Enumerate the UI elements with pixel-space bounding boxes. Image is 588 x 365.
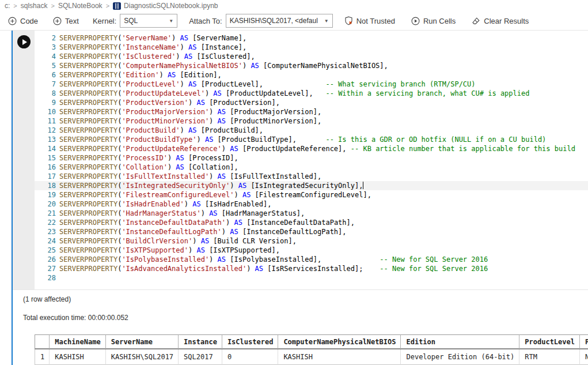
table-cell[interactable]: RTM	[519, 349, 580, 365]
code-line[interactable]: 9SERVERPROPERTY('ProductVersion') AS [Pr…	[35, 98, 588, 107]
line-number: 5	[35, 61, 56, 70]
line-number: 24	[35, 236, 56, 246]
code-line[interactable]: 26SERVERPROPERTY('IsPolybaseInstalled') …	[35, 255, 588, 264]
play-icon	[22, 39, 27, 45]
code-line[interactable]: 19SERVERPROPERTY('FilestreamConfiguredLe…	[35, 190, 588, 200]
code-line[interactable]: 25SERVERPROPERTY('IsXTPSupported') AS [I…	[35, 246, 588, 255]
code-line[interactable]: 21SERVERPROPERTY('HadrManagerStatus') AS…	[35, 209, 588, 218]
chevron-right-icon: >	[13, 2, 17, 9]
code-line[interactable]: 11SERVERPROPERTY('ProductMinorVersion') …	[35, 116, 588, 126]
table-cell[interactable]: N	[580, 349, 588, 365]
code-line[interactable]: 4SERVERPROPERTY('IsClustered') AS [IsClu…	[35, 52, 588, 61]
code-line[interactable]: 27SERVERPROPERTY('IsAdvancedAnalyticsIns…	[35, 264, 588, 273]
code-line[interactable]: 10SERVERPROPERTY('ProductMajorVersion') …	[35, 107, 588, 116]
code-line[interactable]: 5SERVERPROPERTY('ComputerNamePhysicalNet…	[35, 61, 588, 70]
line-number: 25	[35, 246, 56, 255]
table-header-cell[interactable]: Pr	[580, 334, 588, 349]
results-panel: (1 row affected) Total execution time: 0…	[13, 289, 588, 365]
table-cell[interactable]: KASHISH\SQL2017	[106, 349, 179, 365]
run-cell-button[interactable]	[17, 35, 31, 48]
kernel-select[interactable]: SQL ▼	[120, 14, 177, 28]
code-line[interactable]: 2SERVERPROPERTY('ServerName') AS [Server…	[35, 33, 588, 43]
results-grid[interactable]: MachineNameServerNameInstanceIsClustered…	[35, 334, 588, 365]
breadcrumb-item-subfolder[interactable]: SQLNoteBook	[58, 2, 103, 10]
line-number: 23	[35, 227, 56, 236]
table-cell[interactable]: KASHISH	[278, 349, 401, 365]
eraser-icon	[472, 17, 480, 25]
attach-to-select[interactable]: KASHISH\SQL2017, <defaul ▼	[226, 14, 333, 28]
line-number: 10	[35, 107, 56, 116]
code-line[interactable]: 14SERVERPROPERTY('ProductUpdateReference…	[35, 144, 588, 153]
line-number: 14	[35, 144, 56, 153]
table-header-cell[interactable]: IsClustered	[222, 334, 278, 349]
table-cell[interactable]: Developer Edition (64-bit)	[401, 349, 519, 365]
add-code-button[interactable]: Code	[8, 17, 38, 25]
breadcrumb-item-drive[interactable]: c:	[5, 2, 10, 10]
line-number: 19	[35, 190, 56, 200]
text-cursor	[363, 182, 363, 189]
notebook-icon	[113, 2, 121, 10]
code-line[interactable]: 22SERVERPROPERTY('InstanceDefaultDataPat…	[35, 218, 588, 227]
code-line[interactable]: 12SERVERPROPERTY('ProductBuild') AS [Pro…	[35, 126, 588, 135]
table-header-cell[interactable]: Instance	[179, 334, 222, 349]
results-table: MachineNameServerNameInstanceIsClustered…	[35, 334, 588, 365]
breadcrumb: c: > sqlshack > SQLNoteBook > Diagnostic…	[0, 0, 588, 12]
table-header-cell[interactable]: MachineName	[50, 334, 105, 349]
line-number: 26	[35, 255, 56, 264]
line-number: 16	[35, 163, 56, 172]
table-cell[interactable]: 1	[35, 349, 50, 365]
code-line[interactable]: 15SERVERPROPERTY('ProcessID') AS [Proces…	[35, 153, 588, 163]
code-line[interactable]: 8SERVERPROPERTY('ProductUpdateLevel') AS…	[35, 89, 588, 98]
line-number: 7	[35, 80, 56, 89]
line-number: 4	[35, 52, 56, 61]
code-line[interactable]: 23SERVERPROPERTY('InstanceDefaultLogPath…	[35, 227, 588, 236]
table-header-cell[interactable]: ProductLevel	[519, 334, 580, 349]
code-line[interactable]: 17SERVERPROPERTY('IsFullTextInstalled') …	[35, 172, 588, 181]
table-header-cell[interactable]: ServerName	[106, 334, 179, 349]
line-number: 28	[35, 273, 56, 283]
notebook-toolbar: Code Text Kernel: SQL ▼ Attach To: KASHI…	[0, 12, 588, 31]
table-header-row: MachineNameServerNameInstanceIsClustered…	[35, 334, 588, 349]
line-number: 20	[35, 200, 56, 209]
add-text-button[interactable]: Text	[53, 17, 79, 25]
code-editor[interactable]: 2SERVERPROPERTY('ServerName') AS [Server…	[35, 31, 588, 289]
breadcrumb-file[interactable]: DiagnosticSQLNotebook.ipynb	[124, 2, 218, 10]
line-number: 12	[35, 126, 56, 135]
attach-to-label: Attach To:	[189, 17, 222, 25]
line-number: 9	[35, 98, 56, 107]
line-number: 18	[35, 181, 56, 190]
table-cell[interactable]: SQL2017	[179, 349, 222, 365]
table-header-cell[interactable]: Edition	[401, 334, 519, 349]
code-line[interactable]: 20SERVERPROPERTY('IsHadrEnabled') AS [Is…	[35, 200, 588, 209]
table-header-cell[interactable]	[35, 334, 50, 349]
line-number: 11	[35, 116, 56, 126]
table-cell[interactable]: KASHISH	[50, 349, 105, 365]
chevron-down-icon: ▼	[169, 18, 173, 24]
breadcrumb-item-folder[interactable]: sqlshack	[21, 2, 48, 10]
line-number: 22	[35, 218, 56, 227]
shield-untrusted-icon	[344, 16, 353, 25]
line-number: 15	[35, 153, 56, 163]
line-number: 6	[35, 70, 56, 80]
line-number: 13	[35, 135, 56, 144]
rows-affected-message: (1 row affected)	[23, 295, 588, 303]
code-line[interactable]: 6SERVERPROPERTY('Edition') AS [Edition],	[35, 70, 588, 80]
chevron-right-icon: >	[106, 2, 109, 9]
plus-circle-icon	[53, 17, 62, 25]
line-number: 8	[35, 89, 56, 98]
clear-results-button[interactable]: Clear Results	[472, 17, 529, 25]
code-line[interactable]: 13SERVERPROPERTY('ProductBuildType') AS …	[35, 135, 588, 144]
code-line[interactable]: 16SERVERPROPERTY('Collation') AS [Collat…	[35, 163, 588, 172]
code-line[interactable]: 24SERVERPROPERTY('BuildClrVersion') AS […	[35, 236, 588, 246]
code-line[interactable]: 28	[35, 273, 588, 283]
table-cell[interactable]: 0	[222, 349, 278, 365]
table-header-cell[interactable]: ComputerNamePhysicalNetBIOS	[278, 334, 401, 349]
execution-time-message: Total execution time: 00:00:00.052	[23, 314, 588, 322]
run-cells-button[interactable]: Run Cells	[411, 17, 456, 25]
code-line[interactable]: 3SERVERPROPERTY('InstanceName') AS [Inst…	[35, 43, 588, 52]
code-line[interactable]: 7SERVERPROPERTY('ProductLevel') AS [Prod…	[35, 80, 588, 89]
cell-gutter	[13, 31, 35, 289]
not-trusted-button[interactable]: Not Trusted	[344, 16, 395, 25]
line-number: 3	[35, 43, 56, 52]
code-line[interactable]: 18SERVERPROPERTY('IsIntegratedSecurityOn…	[35, 181, 588, 190]
